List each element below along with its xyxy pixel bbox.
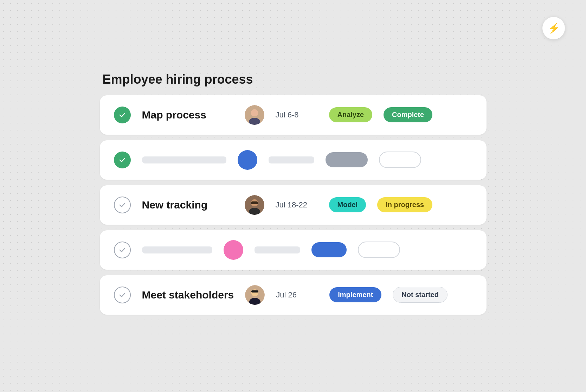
badge-placeholder-blue: [311, 242, 347, 257]
task-row-placeholder-1[interactable]: [100, 140, 487, 180]
badge-analyze[interactable]: Analyze: [329, 107, 373, 122]
avatar: [245, 105, 264, 125]
badge-not-started[interactable]: Not started: [393, 287, 447, 303]
badge-in-progress[interactable]: In progress: [377, 197, 432, 212]
badge-complete[interactable]: Complete: [384, 107, 432, 122]
task-row-placeholder-2[interactable]: [100, 230, 487, 270]
svg-rect-8: [251, 201, 258, 204]
page-title: Employee hiring process: [100, 72, 487, 87]
svg-rect-13: [251, 290, 258, 293]
task-name-new-tracking: New tracking: [142, 199, 233, 211]
task-row[interactable]: Map process Jul 6-8 Analyze Complete: [100, 95, 487, 135]
check-icon-filled: [114, 107, 131, 123]
avatar-man: [245, 195, 264, 215]
check-icon-outline-1: [114, 197, 131, 213]
badge-placeholder-gray: [326, 152, 368, 167]
check-icon-outline-3: [114, 287, 131, 303]
date-placeholder: [269, 156, 314, 163]
lightning-button[interactable]: ⚡: [542, 17, 565, 39]
check-icon-outline-2: [114, 242, 131, 258]
badge-model[interactable]: Model: [329, 197, 366, 212]
badge-placeholder-outline: [379, 152, 421, 168]
date-label: Jul 6-8: [276, 110, 318, 120]
lightning-icon: ⚡: [548, 23, 560, 34]
date-placeholder-2: [255, 246, 300, 253]
task-name-placeholder-2: [142, 246, 212, 253]
avatar-asian-man: [245, 285, 265, 305]
avatar-pink-circle: [224, 240, 243, 260]
avatar-blue-circle: [238, 150, 257, 170]
date-label-new-tracking: Jul 18-22: [276, 200, 318, 210]
date-label-meet-stakeholders: Jul 26: [276, 290, 318, 300]
main-container: Employee hiring process Map process Jul …: [100, 72, 487, 320]
task-name-meet-stakeholders: Meet stakeholders: [142, 289, 234, 301]
svg-point-3: [251, 109, 258, 116]
check-icon-filled-2: [114, 152, 131, 168]
badge-placeholder-outline-2: [358, 242, 400, 258]
task-name: Map process: [142, 109, 233, 121]
task-row-meet-stakeholders[interactable]: Meet stakeholders Jul 26 Implement Not s…: [100, 275, 487, 315]
badge-implement[interactable]: Implement: [329, 287, 381, 302]
task-row-new-tracking[interactable]: New tracking Jul 18-22 Model In progress: [100, 185, 487, 225]
task-name-placeholder: [142, 156, 226, 163]
